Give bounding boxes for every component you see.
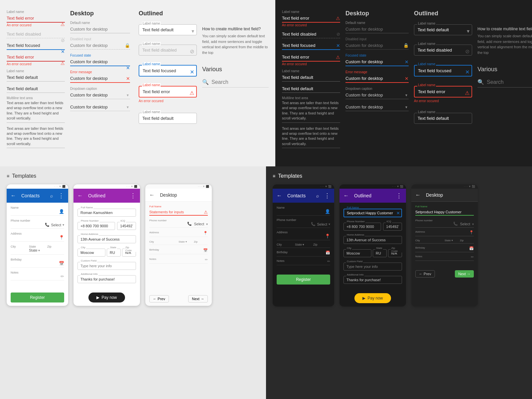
dark-close-ot[interactable]: ✕ bbox=[465, 69, 469, 75]
outlined-tpl-custom-input[interactable] bbox=[77, 262, 136, 270]
default-field-2-input[interactable] bbox=[7, 85, 65, 93]
dark-register-button[interactable]: Register bbox=[277, 275, 330, 285]
contacts-birthday-input[interactable] bbox=[11, 261, 22, 266]
more-icon-contacts[interactable]: ⋮ bbox=[58, 192, 64, 199]
dark-ot-fullname-input[interactable] bbox=[343, 209, 402, 217]
select-label-contacts[interactable]: Select bbox=[51, 223, 61, 227]
dark-next-button[interactable]: Next → bbox=[455, 270, 474, 278]
error-field-1-input[interactable] bbox=[7, 14, 65, 23]
desktop-error-input[interactable] bbox=[70, 75, 130, 83]
dark-ot-city-input[interactable] bbox=[343, 249, 371, 257]
dark-search-icon-contacts[interactable]: ⌕ bbox=[316, 193, 319, 198]
dark-desktop-tpl-header: ← Desktop bbox=[411, 189, 478, 202]
dark-desktop-focused-input[interactable] bbox=[345, 58, 409, 66]
contacts-address-input[interactable] bbox=[11, 235, 22, 240]
close-icon-ot[interactable]: ✕ bbox=[190, 69, 194, 75]
default-field-1-input[interactable] bbox=[7, 74, 65, 82]
back-icon-contacts[interactable]: ← bbox=[11, 193, 16, 199]
outlined-tpl-fullname-input[interactable] bbox=[77, 209, 136, 217]
dark-contacts-name: Name 👤 bbox=[277, 206, 330, 216]
next-button[interactable]: Next → bbox=[188, 295, 208, 302]
dark-select-desktop-tpl[interactable]: Select bbox=[460, 222, 470, 226]
more-icon-outlined[interactable]: ⋮ bbox=[130, 192, 136, 199]
contacts-name-input[interactable] bbox=[11, 209, 19, 214]
dark-outlined-focused-input[interactable] bbox=[414, 65, 472, 77]
desktop-focused-input[interactable] bbox=[70, 58, 130, 66]
desktop-dropdown2-select[interactable]: Custom for desktop bbox=[70, 103, 130, 111]
outlined-default2-input[interactable] bbox=[139, 113, 197, 124]
dark-ot-state-input[interactable] bbox=[373, 249, 387, 257]
search-icon-contacts[interactable]: ⌕ bbox=[50, 193, 53, 198]
desktop-tpl-fullname-input[interactable] bbox=[149, 209, 208, 216]
contacts-phone-input[interactable] bbox=[11, 222, 30, 227]
dark-focused-input-1[interactable] bbox=[282, 42, 340, 50]
dark-dt-fullname-input[interactable] bbox=[415, 209, 474, 216]
dark-desktop-error-input[interactable] bbox=[345, 75, 409, 83]
contacts-notes-input[interactable] bbox=[11, 274, 19, 279]
outlined-focused-input[interactable] bbox=[139, 65, 197, 77]
dark-desktop-dropdown-select[interactable]: Custom for desktop bbox=[345, 91, 409, 99]
dark-default-input-1[interactable] bbox=[282, 74, 340, 82]
dark-ot-address-input[interactable] bbox=[343, 236, 402, 244]
back-icon-outlined[interactable]: ← bbox=[77, 193, 83, 199]
outlined-tpl-state-input[interactable] bbox=[107, 249, 121, 257]
dark-close-icon-desktop[interactable]: ✕ bbox=[405, 59, 409, 65]
dark-back-icon-outlined[interactable]: ← bbox=[343, 193, 349, 199]
pay-icon: ▶ bbox=[96, 295, 99, 300]
outlined-tpl-address-input[interactable] bbox=[77, 235, 136, 243]
dark-desktop-default-input[interactable] bbox=[345, 25, 409, 33]
desktop-tpl-body: Full Name ⚠ Phone number 📞 Select bbox=[145, 202, 212, 292]
dark-warning-ot: ⚠ bbox=[465, 90, 469, 96]
dark-ot-additional-input[interactable] bbox=[343, 276, 402, 284]
register-button[interactable]: Register bbox=[11, 293, 64, 302]
disabled-field-1: ⊘ bbox=[7, 30, 65, 38]
dark-more-icon[interactable]: ⋮ bbox=[324, 192, 330, 199]
warning-icon-ot: ⚠ bbox=[190, 90, 194, 96]
close-icon-desktop[interactable]: ✕ bbox=[126, 65, 130, 71]
dark-more-icon-outlined[interactable]: ⋮ bbox=[396, 192, 402, 199]
dark-pay-button[interactable]: ▶ Pay now bbox=[354, 293, 391, 303]
outlined-tpl-city-input[interactable] bbox=[77, 249, 105, 257]
dark-desktop-dropdown2-select[interactable]: Custom for desktop bbox=[345, 103, 409, 111]
desktop-tpl-phone-row: Phone number 📞 Select ▾ bbox=[149, 219, 208, 228]
dark-ot-icq-input[interactable] bbox=[383, 223, 402, 231]
dark-back-icon-desktop[interactable]: ← bbox=[415, 192, 421, 198]
contacts-footer: Register bbox=[7, 289, 68, 306]
outlined-tpl-phone-input[interactable] bbox=[77, 222, 115, 230]
outlined-tpl-icq-input[interactable] bbox=[117, 222, 136, 230]
dark-outlined-default2-input[interactable] bbox=[414, 113, 472, 124]
dark-close-icon-error[interactable]: ✕ bbox=[405, 76, 409, 81]
focused-field-1-input[interactable] bbox=[7, 42, 65, 50]
dark-outlined-default-input[interactable] bbox=[414, 24, 472, 35]
error-field-2-input[interactable] bbox=[7, 53, 65, 62]
dark-select-contacts[interactable]: Select bbox=[317, 222, 327, 226]
dark-outlined-error-input[interactable] bbox=[414, 86, 472, 98]
pay-button[interactable]: ▶ Pay now bbox=[88, 293, 125, 302]
contacts-state-select[interactable]: State▾ bbox=[29, 248, 46, 252]
dark-ot-phone-input[interactable] bbox=[343, 223, 381, 231]
back-icon-desktop[interactable]: ← bbox=[149, 192, 155, 198]
dark-error-input-1[interactable] bbox=[282, 14, 340, 23]
dark-default-input-2[interactable] bbox=[282, 85, 340, 93]
desktop-statusbar: · · · ▼ ⬛ bbox=[145, 184, 212, 189]
outlined-tpl-additional-input[interactable] bbox=[77, 275, 136, 283]
dark-close-icon-1[interactable]: ✕ bbox=[336, 43, 340, 48]
dark-default-label-1: Label name bbox=[282, 69, 340, 73]
select-label-desktop-tpl[interactable]: Select bbox=[194, 222, 204, 226]
dark-search-input[interactable] bbox=[487, 79, 532, 85]
desktop-dropdown-select[interactable]: Custom for desktop bbox=[70, 91, 130, 99]
dark-back-icon[interactable]: ← bbox=[277, 193, 282, 199]
dark-error-input-2[interactable] bbox=[282, 53, 340, 62]
close-icon-desktop-error[interactable]: ✕ bbox=[126, 76, 130, 81]
contacts-city-input[interactable] bbox=[11, 248, 28, 253]
outlined-default-input[interactable] bbox=[139, 24, 197, 35]
outlined-error-input[interactable] bbox=[139, 86, 197, 98]
desktop-default-input[interactable] bbox=[70, 25, 130, 33]
how-to-title: How to create multiline text field? bbox=[202, 27, 269, 31]
dark-ot-custom-input[interactable] bbox=[343, 263, 402, 271]
search-input-light[interactable] bbox=[211, 79, 278, 85]
outlined-tpl-body: Full Name Phone Number ICQ bbox=[73, 203, 140, 289]
prev-button[interactable]: ← Prev bbox=[149, 295, 169, 302]
dark-prev-button[interactable]: ← Prev bbox=[415, 270, 435, 278]
contacts-zip-input[interactable] bbox=[47, 248, 64, 253]
